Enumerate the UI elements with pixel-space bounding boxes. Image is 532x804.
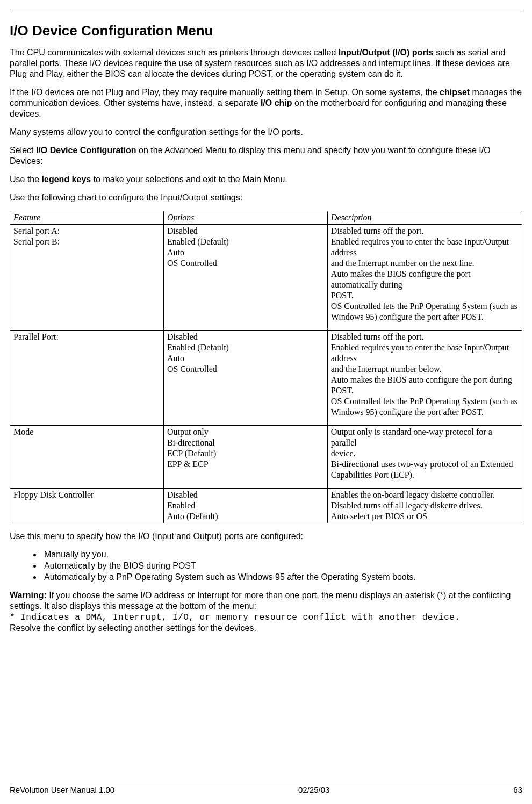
option-line: Auto	[167, 353, 324, 364]
option-line: OS Controlled	[167, 258, 324, 269]
text: If the I/O devices are not Plug and Play…	[10, 88, 440, 97]
description-line: Output only is standard one-way protocol…	[331, 427, 519, 448]
table-row: Floppy Disk ControllerDisabledEnabledAut…	[10, 488, 522, 523]
cell-feature: Floppy Disk Controller	[10, 488, 164, 523]
description-line: Capabilities Port (ECP).	[331, 470, 519, 480]
list-item: Manually by you.	[42, 549, 522, 560]
description-line: Auto makes the BIOS auto configure the p…	[331, 375, 519, 396]
cell-description: Disabled turns off the port.Enabled requ…	[327, 224, 522, 330]
option-line: Enabled	[167, 500, 324, 511]
description-line: Enabled requires you to enter the base I…	[331, 342, 519, 364]
bold-term: I/O Device Configuration	[36, 146, 136, 155]
bold-term: legend keys	[42, 175, 91, 184]
bullet-list: Manually by you.Automatically by the BIO…	[10, 549, 522, 583]
list-item: Automatically by a PnP Operating System …	[42, 572, 522, 583]
option-line: EPP & ECP	[167, 459, 324, 470]
cell-feature: Mode	[10, 425, 164, 488]
cell-options: Output onlyBi-directionalECP (Default)EP…	[163, 425, 327, 488]
option-line: Enabled (Default)	[167, 236, 324, 247]
paragraph-5: Use the legend keys to make your selecti…	[10, 174, 522, 185]
cell-options: DisabledEnabledAuto (Default)	[163, 488, 327, 523]
option-line: Bi-directional	[167, 437, 324, 448]
description-line: Auto select per BIOS or OS	[331, 511, 519, 522]
paragraph-2: If the I/O devices are not Plug and Play…	[10, 87, 522, 119]
option-line: OS Controlled	[167, 364, 324, 375]
table-header-row: Feature Options Description	[10, 211, 522, 224]
option-line: Enabled (Default)	[167, 342, 324, 353]
bold-term: I/O chip	[261, 98, 292, 107]
option-line: ECP (Default)	[167, 448, 324, 459]
table-row: ModeOutput onlyBi-directionalECP (Defaul…	[10, 425, 522, 488]
description-line: Enables the on-board legacy diskette con…	[331, 490, 519, 500]
list-item: Automatically by the BIOS during POST	[42, 561, 522, 571]
option-line: Auto	[167, 247, 324, 258]
text: Select	[10, 146, 36, 155]
text: to make your selections and exit to the …	[91, 175, 287, 184]
description-line: Enabled requires you to enter the base I…	[331, 236, 519, 258]
text: Use the	[10, 175, 42, 184]
cell-feature: Parallel Port:	[10, 330, 164, 425]
description-line: Windows 95) configure the port after POS…	[331, 312, 519, 322]
option-line: Output only	[167, 427, 324, 437]
col-header-feature: Feature	[10, 211, 164, 224]
description-line: OS Controlled lets the PnP Operating Sys…	[331, 396, 519, 407]
footer-left: ReVolution User Manual 1.00	[10, 785, 114, 795]
after-table-intro: Use this menu to specify how the I/O (In…	[10, 531, 522, 542]
paragraph-4: Select I/O Device Configuration on the A…	[10, 145, 522, 167]
option-line: Disabled	[167, 490, 324, 500]
page-title: I/O Device Configuration Menu	[10, 22, 522, 40]
page-footer: ReVolution User Manual 1.00 02/25/03 63	[10, 783, 522, 795]
feature-line: Serial port A:	[13, 226, 160, 236]
description-line: and the Interrupt number on the next lin…	[331, 258, 519, 269]
cell-feature: Serial port A:Serial port B:	[10, 224, 164, 330]
cell-options: DisabledEnabled (Default)AutoOS Controll…	[163, 330, 327, 425]
option-line: Disabled	[167, 226, 324, 236]
feature-line: Floppy Disk Controller	[13, 490, 160, 500]
text: The CPU communicates with external devic…	[10, 48, 339, 57]
footer-center: 02/25/03	[298, 785, 329, 795]
description-line: Disabled turns off all legacy diskette d…	[331, 500, 519, 511]
bold-term: chipset	[440, 88, 470, 97]
description-line: and the Interrupt number below.	[331, 364, 519, 375]
warning-code: * Indicates a DMA, Interrupt, I/O, or me…	[10, 613, 460, 622]
document-page: I/O Device Configuration Menu The CPU co…	[0, 0, 532, 804]
description-line: Disabled turns off the port.	[331, 332, 519, 342]
text: Resolve the conflict by selecting anothe…	[10, 623, 256, 633]
feature-line: Parallel Port:	[13, 332, 160, 342]
paragraph-1: The CPU communicates with external devic…	[10, 47, 522, 80]
warning-label: Warning:	[10, 591, 47, 600]
text: If you choose the same I/O address or In…	[10, 591, 511, 611]
cell-description: Enables the on-board legacy diskette con…	[327, 488, 522, 523]
description-line: POST.	[331, 290, 519, 301]
option-line: Auto (Default)	[167, 511, 324, 522]
description-line: Windows 95) configure the port after POS…	[331, 407, 519, 418]
feature-line: Mode	[13, 427, 160, 437]
config-table: Feature Options Description Serial port …	[10, 211, 522, 523]
description-line: OS Controlled lets the PnP Operating Sys…	[331, 301, 519, 312]
bold-term: Input/Output (I/O) ports	[339, 48, 434, 57]
footer-row: ReVolution User Manual 1.00 02/25/03 63	[10, 785, 522, 795]
table-row: Serial port A:Serial port B:DisabledEnab…	[10, 224, 522, 330]
warning-paragraph: Warning: If you choose the same I/O addr…	[10, 590, 522, 634]
feature-line: Serial port B:	[13, 236, 160, 247]
description-line: device.	[331, 448, 519, 459]
footer-rule	[10, 783, 522, 783]
col-header-options: Options	[163, 211, 327, 224]
top-rule	[10, 10, 522, 10]
footer-right: 63	[513, 785, 522, 795]
col-header-description: Description	[327, 211, 522, 224]
paragraph-6: Use the following chart to configure the…	[10, 192, 522, 203]
description-line: Bi-directional uses two-way protocol of …	[331, 459, 519, 470]
description-line: Auto makes the BIOS configure the port a…	[331, 269, 519, 290]
option-line: Disabled	[167, 332, 324, 342]
cell-options: DisabledEnabled (Default)AutoOS Controll…	[163, 224, 327, 330]
cell-description: Disabled turns off the port.Enabled requ…	[327, 330, 522, 425]
table-row: Parallel Port:DisabledEnabled (Default)A…	[10, 330, 522, 425]
paragraph-3: Many systems allow you to control the co…	[10, 127, 522, 138]
description-line: Disabled turns off the port.	[331, 226, 519, 236]
cell-description: Output only is standard one-way protocol…	[327, 425, 522, 488]
